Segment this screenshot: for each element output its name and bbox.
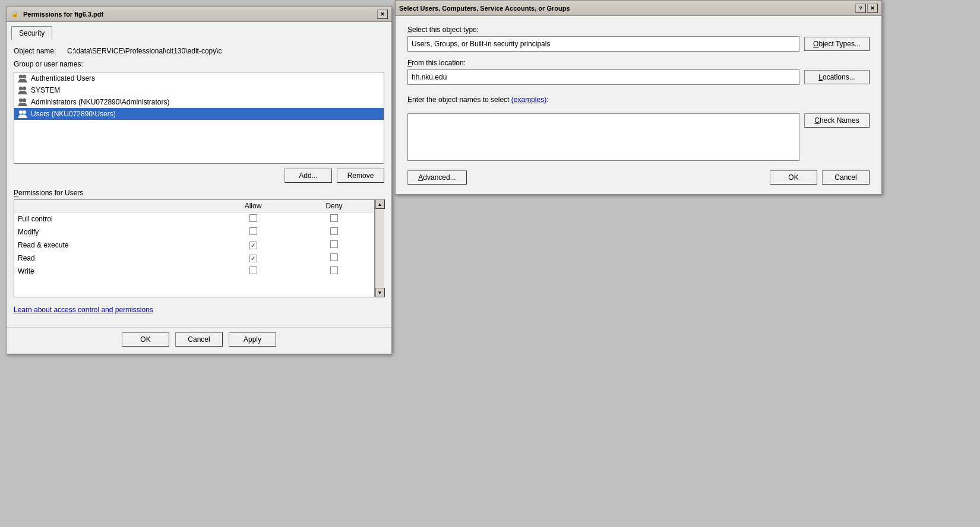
from-location-value: hh.nku.edu: [407, 69, 799, 85]
user-name-administrators: Administrators (NKU072890\Administrators…: [31, 98, 169, 106]
ok-cancel-row: OK Cancel: [770, 170, 870, 185]
user-name-system: SYSTEM: [31, 86, 60, 94]
perm-deny-read-execute[interactable]: [294, 239, 374, 252]
user-list[interactable]: Authenticated Users SYSTEM: [14, 72, 384, 164]
remove-button[interactable]: Remove: [337, 169, 384, 183]
enter-names-row: Check Names: [407, 113, 870, 161]
svg-point-2: [19, 87, 23, 90]
perm-allow-full[interactable]: [212, 212, 293, 226]
select-users-ok-button[interactable]: OK: [770, 170, 817, 185]
cb-full-deny[interactable]: [330, 214, 338, 222]
advanced-btn-text: dvanced...: [423, 173, 456, 182]
user-item-administrators[interactable]: Administrators (NKU072890\Administrators…: [14, 96, 384, 108]
perm-col-name: [14, 200, 212, 212]
user-name-authenticated: Authenticated Users: [31, 74, 95, 82]
perm-row-read: Read: [14, 252, 374, 265]
user-item-system[interactable]: SYSTEM: [14, 84, 384, 96]
select-users-close-btn[interactable]: ✕: [867, 4, 878, 13]
cb-write-allow[interactable]: [249, 266, 257, 274]
permissions-for-users-title: Permissions for Users: [14, 189, 384, 197]
cb-modify-allow[interactable]: [249, 227, 257, 235]
cb-full-allow[interactable]: [249, 214, 257, 222]
cb-read-deny[interactable]: [330, 253, 338, 261]
permissions-footer: OK Cancel Apply: [7, 327, 391, 354]
permissions-table: Allow Deny Full control Modify: [14, 200, 374, 278]
check-names-button[interactable]: Check Names: [804, 113, 870, 128]
perm-deny-read[interactable]: [294, 252, 374, 265]
scroll-down-btn[interactable]: ▼: [375, 288, 385, 297]
enter-names-section: Enter the object names to select (exampl…: [407, 92, 870, 161]
cb-write-deny[interactable]: [330, 266, 338, 274]
user-item-authenticated[interactable]: Authenticated Users: [14, 72, 384, 84]
perm-allow-modify[interactable]: [212, 226, 293, 239]
group-user-names-title: Group or user names:: [14, 60, 384, 68]
add-button[interactable]: Add...: [284, 169, 332, 183]
learn-link[interactable]: Learn about access control and permissio…: [14, 306, 153, 314]
locations-btn-text: ocations...: [823, 73, 855, 81]
permissions-cancel-button[interactable]: Cancel: [175, 332, 223, 347]
select-users-help-btn[interactable]: ?: [855, 4, 866, 13]
from-location-row: hh.nku.edu Locations...: [407, 69, 870, 85]
object-type-value: Users, Groups, or Built-in security prin…: [407, 36, 799, 52]
permissions-apply-button[interactable]: Apply: [229, 332, 276, 347]
svg-point-6: [19, 110, 23, 114]
svg-point-5: [23, 99, 26, 102]
user-icon-system: [18, 86, 27, 94]
add-remove-row: Add... Remove: [14, 169, 384, 183]
svg-point-7: [23, 110, 26, 114]
perm-name-modify: Modify: [14, 226, 212, 239]
select-users-title: Select Users, Computers, Service Account…: [399, 5, 855, 12]
permissions-ok-button[interactable]: OK: [122, 332, 169, 347]
perm-name-read: Read: [14, 252, 212, 265]
from-location-section: From this location: hh.nku.edu Locations…: [407, 59, 870, 85]
select-users-cancel-button[interactable]: Cancel: [822, 170, 870, 185]
user-icon-users: [18, 110, 27, 118]
security-tab[interactable]: Security: [11, 26, 52, 40]
permissions-close-btn[interactable]: ✕: [377, 9, 388, 19]
perm-name-write: Write: [14, 265, 212, 278]
cb-read-allow[interactable]: [249, 255, 257, 262]
perm-deny-modify[interactable]: [294, 226, 374, 239]
perm-deny-write[interactable]: [294, 265, 374, 278]
select-users-title-buttons: ? ✕: [855, 4, 878, 13]
perm-allow-read-execute[interactable]: [212, 239, 293, 252]
user-item-users[interactable]: Users (NKU072890\Users): [14, 108, 384, 120]
examples-link[interactable]: (examples): [511, 96, 546, 104]
perm-name-full: Full control: [14, 212, 212, 226]
perm-row-write: Write: [14, 265, 374, 278]
cb-read-execute-deny[interactable]: [330, 240, 338, 248]
permissions-window-icon: 🔒: [10, 9, 20, 19]
perm-allow-write[interactable]: [212, 265, 293, 278]
object-type-label: Select this object type:: [407, 26, 870, 34]
s-underline: S: [407, 26, 412, 34]
svg-point-1: [23, 75, 26, 78]
perm-name-read-execute: Read & execute: [14, 239, 212, 252]
permissions-content: Object name: C:\data\SERVICE\Professiona…: [7, 40, 391, 327]
user-name-users: Users (NKU072890\Users): [31, 110, 116, 118]
object-types-btn-text: bject Types...: [818, 40, 860, 48]
permissions-scrollbar[interactable]: ▲ ▼: [375, 199, 384, 297]
enter-names-colon: :: [546, 96, 548, 104]
perm-allow-read[interactable]: [212, 252, 293, 265]
enter-names-label-row: Enter the object names to select (exampl…: [407, 92, 870, 110]
cb-modify-deny[interactable]: [330, 227, 338, 235]
scroll-up-btn[interactable]: ▲: [375, 199, 385, 209]
permissions-tab-bar: Security: [7, 22, 391, 40]
perm-row-modify: Modify: [14, 226, 374, 239]
permissions-table-wrapper: Allow Deny Full control Modify: [14, 199, 384, 297]
svg-point-4: [19, 99, 23, 102]
object-type-section: Select this object type: Users, Groups, …: [407, 26, 870, 52]
perm-deny-full[interactable]: [294, 212, 374, 226]
select-users-footer: Advanced... OK Cancel: [407, 170, 870, 185]
select-users-dialog: Select Users, Computers, Service Account…: [395, 0, 882, 195]
permissions-title-bar: 🔒 Permissions for fig6.3.pdf ✕: [7, 7, 391, 22]
select-users-title-bar: Select Users, Computers, Service Account…: [396, 1, 881, 16]
locations-button[interactable]: Locations...: [804, 70, 870, 84]
perm-row-read-execute: Read & execute: [14, 239, 374, 252]
object-names-input[interactable]: [407, 113, 799, 161]
svg-point-0: [19, 75, 23, 78]
object-types-button[interactable]: Object Types...: [804, 37, 870, 51]
advanced-button[interactable]: Advanced...: [407, 170, 467, 185]
cb-read-execute-allow[interactable]: [249, 242, 257, 249]
permissions-title-buttons: ✕: [377, 9, 388, 19]
